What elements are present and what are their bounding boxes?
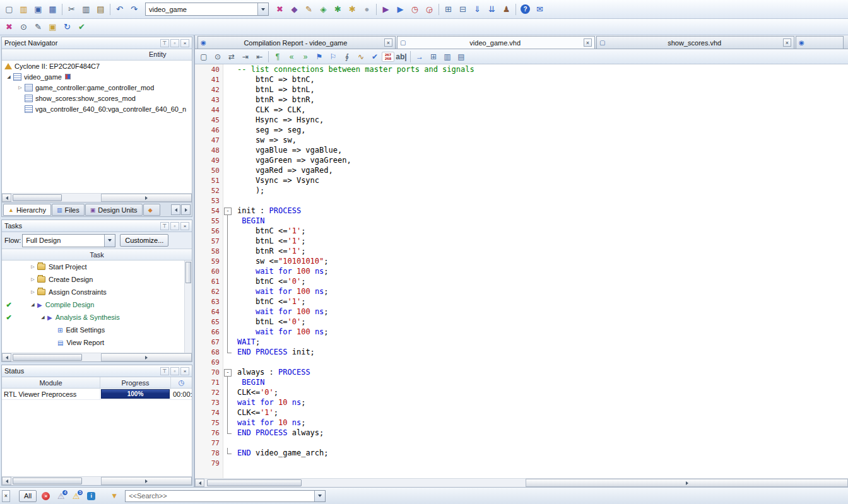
design-assistant-icon[interactable]: ◈ (316, 3, 331, 16)
scroll-left-icon[interactable] (2, 194, 11, 202)
code-line[interactable]: 69 (195, 357, 848, 367)
tree-item[interactable]: vga_controller_640_60:vga_controller_640… (2, 103, 192, 114)
expand-icon[interactable]: ▷ (16, 85, 25, 90)
code-line[interactable]: 54init : PROCESS (195, 206, 848, 216)
code-line[interactable]: 51 Vsync => Vsync (195, 175, 848, 185)
nav-tab-partial[interactable]: ◆ (143, 204, 160, 216)
tab-close-icon[interactable]: × (384, 38, 392, 47)
code-line[interactable]: 74CLK<='1'; (195, 407, 848, 418)
code-line[interactable]: 50 vgaRed => vgaRed, (195, 165, 848, 175)
dropdown-arrow-icon[interactable] (314, 491, 325, 501)
code-line[interactable]: 41 btnC => btnC, (195, 74, 848, 85)
replace-icon[interactable]: ⇄ (225, 50, 238, 63)
bookmark-clear-icon[interactable]: ⚐ (326, 50, 340, 63)
syntax-check-icon[interactable]: ✔ (74, 20, 89, 34)
scroll-right-icon[interactable] (526, 479, 848, 487)
task-vscrollbar[interactable] (184, 261, 192, 353)
scroll-thumb[interactable] (13, 478, 82, 484)
collapse-icon[interactable]: ◢ (28, 302, 37, 307)
settings-icon[interactable]: ✖ (273, 3, 287, 16)
tasks-hscrollbar[interactable] (2, 353, 192, 361)
float-icon[interactable]: ▫ (170, 367, 179, 375)
pin-icon[interactable]: ⊤ (160, 222, 169, 230)
paste-icon[interactable]: ▤ (93, 3, 108, 16)
save-all-icon[interactable]: ▦ (45, 3, 60, 16)
bookmark-toggle-icon[interactable]: ⚑ (312, 50, 326, 63)
task-item[interactable]: ✔◢▶Analysis & Synthesis (2, 311, 192, 324)
code-line[interactable]: 40-- list connections between master por… (195, 64, 848, 74)
expand-icon[interactable]: ▷ (28, 264, 37, 269)
time-column-header[interactable]: ◷ (171, 377, 192, 388)
code-line[interactable]: 42 btnL => btnL, (195, 85, 848, 95)
feedback-icon[interactable]: ✉ (533, 3, 547, 16)
copy-icon[interactable]: ▥ (79, 3, 93, 16)
code-line[interactable]: 45 Hsync => Hsync, (195, 115, 848, 125)
flow-selector[interactable]: Full Design (22, 234, 115, 247)
task-item[interactable]: ⊞Edit Settings (2, 324, 192, 336)
code-line[interactable]: 66 wait for 100 ns; (195, 327, 848, 337)
line-numbers-icon[interactable]: 267268 (382, 52, 394, 62)
rtl-viewer-icon[interactable]: ⊞ (441, 3, 456, 16)
pin-icon[interactable]: ⊤ (160, 39, 169, 47)
scroll-track[interactable] (204, 479, 526, 487)
scroll-track[interactable] (11, 477, 101, 485)
editor-tab[interactable]: ▢show_scores.vhd× (596, 36, 794, 49)
dropdown-arrow-icon[interactable] (104, 235, 115, 247)
uncomment-icon[interactable]: » (298, 50, 312, 63)
assembler-icon[interactable]: ✱ (345, 3, 360, 16)
code-line[interactable]: 48 vgaBlue => vgaBlue, (195, 145, 848, 155)
code-line[interactable]: 67WAIT; (195, 337, 848, 347)
netlist-icon[interactable]: ● (360, 3, 374, 16)
entity-column-header[interactable]: Entity (2, 49, 192, 61)
task-item[interactable]: ✔◢▶Compile Design (2, 298, 192, 311)
editor-hscrollbar[interactable] (195, 478, 848, 487)
timing-analyzer-icon[interactable]: ◶ (422, 3, 437, 16)
help-icon[interactable]: ? (521, 4, 530, 14)
code-line[interactable]: 65 btnL <='0'; (195, 317, 848, 327)
code-editor[interactable]: 40-- list connections between master por… (195, 64, 848, 478)
goto-icon[interactable]: → (413, 50, 427, 63)
tree-item[interactable]: show_scores:show_scores_mod (2, 93, 192, 103)
code-line[interactable]: 64 wait for 100 ns; (195, 307, 848, 317)
warning-filter-button[interactable]: ⚠ 5 (70, 490, 82, 502)
highlight-icon[interactable]: ▣ (45, 20, 60, 34)
navigator-hscrollbar[interactable] (2, 193, 192, 202)
code-line[interactable]: 59 sw <="10101010"; (195, 256, 848, 266)
float-icon[interactable]: ▫ (170, 39, 179, 47)
scroll-right-icon[interactable] (101, 353, 192, 361)
technology-viewer-icon[interactable]: ⊟ (456, 3, 470, 16)
programmer-icon[interactable]: ⇓ (470, 3, 485, 16)
collapse-icon[interactable]: ◢ (4, 74, 13, 79)
pin-icon[interactable]: ⊤ (160, 367, 169, 375)
code-line[interactable]: 73wait for 10 ns; (195, 397, 848, 407)
code-line[interactable]: 62 wait for 100 ns; (195, 286, 848, 296)
progress-column-header[interactable]: Progress (100, 377, 171, 388)
convert-data-icon[interactable]: ⇊ (485, 3, 499, 16)
code-line[interactable]: 47 sw => sw, (195, 135, 848, 145)
code-line[interactable]: 78END video_game_arch; (195, 448, 848, 458)
critical-warning-filter-button[interactable]: ⚠ 4 (55, 490, 67, 502)
code-line[interactable]: 56 btnC <='1'; (195, 226, 848, 236)
comment-icon[interactable]: « (285, 50, 298, 63)
close-messages-icon[interactable]: × (2, 490, 10, 502)
code-line[interactable]: 72CLK<='0'; (195, 387, 848, 397)
scroll-thumb[interactable] (207, 479, 302, 486)
tab-close-icon[interactable]: × (783, 38, 791, 47)
scroll-track[interactable] (11, 194, 101, 202)
assignment-editor-icon[interactable]: ◆ (287, 3, 302, 16)
scroll-left-icon[interactable] (2, 353, 11, 361)
status-hscrollbar[interactable] (2, 476, 192, 485)
scroll-track[interactable] (11, 353, 101, 361)
tab-scroll-left-icon[interactable] (171, 204, 180, 215)
timequest-icon[interactable]: ◷ (408, 3, 422, 16)
syntax-check-icon[interactable]: ✔ (368, 50, 382, 63)
new-file-icon[interactable]: ▢ (2, 3, 16, 16)
code-line[interactable]: 79 (195, 458, 848, 468)
tab-close-icon[interactable]: × (584, 38, 592, 47)
code-line[interactable]: 61 btnC <='0'; (195, 276, 848, 286)
code-line[interactable]: 68END PROCESS init; (195, 347, 848, 357)
scroll-thumb[interactable] (13, 354, 82, 361)
scroll-thumb[interactable] (13, 194, 62, 201)
nav-tab-files[interactable]: ▥Files (52, 204, 85, 216)
close-icon[interactable]: × (180, 367, 189, 375)
